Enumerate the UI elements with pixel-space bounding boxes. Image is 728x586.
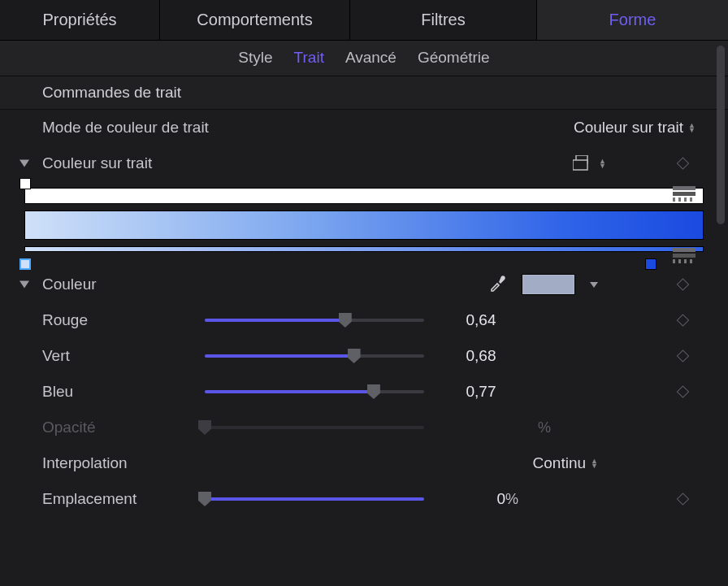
eyedropper-icon[interactable]	[489, 274, 507, 296]
popup-interpolation[interactable]: Continu ▲▼	[533, 454, 598, 472]
row-color-over-stroke: Couleur sur trait ▲▼	[0, 145, 728, 181]
keyframe-toggle[interactable]	[677, 493, 690, 506]
gradient-editor	[0, 181, 728, 267]
slider-red[interactable]	[205, 319, 424, 322]
gradient-preview-strip	[24, 246, 704, 252]
gradient-tags-top-button[interactable]	[673, 186, 696, 203]
main-tab-bar: Propriétés Comportements Filtres Forme	[0, 0, 728, 41]
stepper-icon: ▲▼	[688, 123, 696, 132]
disclosure-color[interactable]	[20, 281, 29, 289]
value-red[interactable]: 0,64	[424, 311, 538, 329]
gradient-presets-icon[interactable]	[573, 155, 591, 171]
row-interpolation: Interpolation Continu ▲▼	[0, 445, 728, 481]
label-color: Couleur	[42, 276, 254, 293]
subtab-style[interactable]: Style	[238, 49, 272, 67]
vertical-scrollbar[interactable]	[717, 46, 725, 581]
gradient-color-strip[interactable]	[24, 211, 704, 240]
row-color: Couleur	[0, 267, 728, 302]
label-green: Vert	[42, 347, 205, 365]
label-location: Emplacement	[42, 490, 205, 508]
label-interpolation: Interpolation	[42, 454, 254, 472]
sub-tab-bar: Style Trait Avancé Géométrie	[0, 41, 728, 76]
section-header-stroke-controls: Commandes de trait	[0, 76, 728, 110]
subtab-advanced[interactable]: Avancé	[345, 49, 396, 67]
row-opacity: Opacité %	[0, 410, 728, 445]
slider-blue[interactable]	[205, 390, 424, 393]
row-red: Rouge 0,64	[0, 302, 728, 338]
label-color-over-stroke: Couleur sur trait	[42, 154, 254, 172]
label-red: Rouge	[42, 311, 205, 329]
slider-thumb[interactable]	[339, 313, 352, 328]
chevron-down-icon[interactable]	[590, 282, 598, 288]
popup-stroke-color-mode[interactable]: Couleur sur trait ▲▼	[574, 119, 696, 137]
keyframe-toggle[interactable]	[677, 385, 690, 398]
gradient-tags-bottom-button[interactable]	[673, 248, 696, 265]
keyframe-toggle[interactable]	[677, 349, 690, 362]
tab-shape[interactable]: Forme	[537, 0, 728, 40]
row-location: Emplacement 0 %	[0, 481, 728, 517]
slider-location[interactable]	[205, 497, 424, 501]
label-opacity: Opacité	[42, 419, 205, 436]
row-blue: Bleu 0,77	[0, 374, 728, 410]
value-green[interactable]: 0,68	[424, 347, 538, 365]
tab-behaviors[interactable]: Comportements	[160, 0, 350, 40]
popup-interpolation-value: Continu	[533, 454, 587, 472]
row-green: Vert 0,68	[0, 338, 728, 374]
slider-thumb[interactable]	[348, 349, 361, 363]
unit-opacity: %	[538, 419, 562, 436]
popup-stroke-color-mode-value: Couleur sur trait	[574, 119, 683, 137]
row-stroke-color-mode: Mode de couleur de trait Couleur sur tra…	[0, 110, 728, 145]
color-swatch[interactable]	[522, 274, 575, 295]
slider-green[interactable]	[205, 354, 424, 358]
svg-rect-1	[573, 160, 587, 170]
subtab-stroke[interactable]: Trait	[294, 49, 324, 67]
stepper-icon: ▲▼	[591, 458, 598, 468]
disclosure-color-over-stroke[interactable]	[20, 160, 29, 167]
stepper-icon[interactable]: ▲▼	[599, 158, 606, 168]
slider-thumb[interactable]	[367, 384, 380, 399]
value-location[interactable]: 0	[424, 490, 505, 508]
tab-filters[interactable]: Filtres	[350, 0, 537, 40]
subtab-geometry[interactable]: Géométrie	[418, 49, 490, 67]
slider-opacity	[205, 426, 424, 429]
label-blue: Bleu	[42, 383, 205, 401]
value-blue[interactable]: 0,77	[424, 383, 538, 401]
tab-properties[interactable]: Propriétés	[0, 0, 160, 40]
unit-location: %	[505, 491, 530, 508]
label-stroke-color-mode: Mode de couleur de trait	[42, 119, 254, 137]
keyframe-toggle[interactable]	[677, 314, 690, 327]
gradient-opacity-stop-left[interactable]	[20, 178, 31, 189]
scrollbar-thumb[interactable]	[717, 46, 725, 224]
gradient-opacity-strip[interactable]	[24, 188, 704, 204]
